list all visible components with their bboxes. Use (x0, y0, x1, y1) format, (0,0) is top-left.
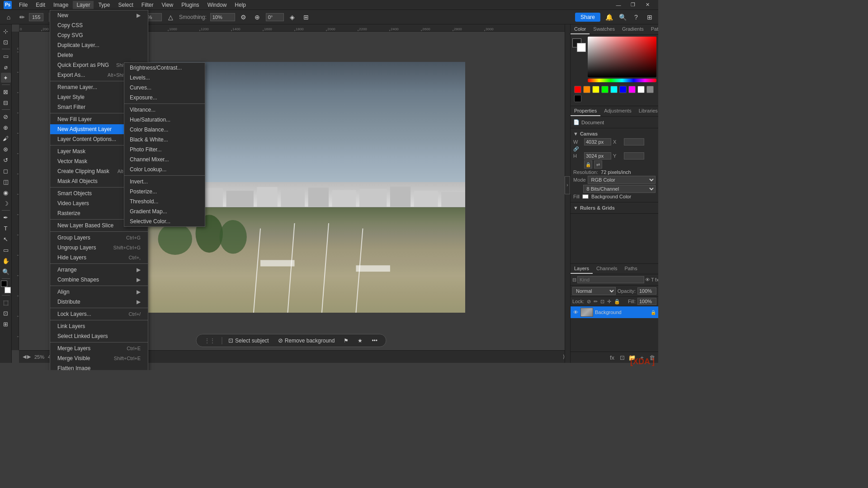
shape-tool[interactable]: ▭ (1, 245, 11, 255)
eyedropper-tool[interactable]: ⊘ (1, 112, 11, 122)
fill-input[interactable] (637, 298, 656, 305)
marquee-tool[interactable]: ▭ (1, 51, 11, 61)
menu-copy-svg[interactable]: Copy SVG (50, 30, 148, 40)
color-swatch-yellow[interactable] (592, 86, 599, 93)
menu-delete[interactable]: Delete (50, 50, 148, 60)
menu-duplicate-layer[interactable]: Duplicate Layer... (50, 40, 148, 50)
context-star-button[interactable]: ★ (355, 337, 365, 345)
tab-paths[interactable]: Paths (621, 264, 641, 274)
link-icon[interactable]: 🔗 (573, 146, 577, 151)
menu-window[interactable]: Window (204, 1, 231, 9)
eraser-tool[interactable]: ◻ (1, 166, 11, 176)
adj-gradient-map[interactable]: Gradient Map... (124, 206, 205, 216)
add-fill-layer-button[interactable]: fx (608, 353, 617, 362)
adj-channel-mixer[interactable]: Channel Mixer... (124, 155, 205, 164)
menu-merge-visible[interactable]: Merge Visible Shift+Ctrl+E (50, 353, 148, 363)
menu-merge-layers[interactable]: Merge Layers Ctrl+E (50, 343, 148, 353)
menu-distribute[interactable]: Distribute ▶ (50, 297, 148, 307)
smoothing-input[interactable] (210, 13, 235, 21)
context-flag-button[interactable]: ⚑ (341, 337, 351, 345)
layer-visibility-toggle[interactable]: 👁 (572, 309, 579, 315)
canvas-y-input[interactable] (624, 152, 644, 160)
menu-edit[interactable]: Edit (32, 1, 49, 9)
blur-tool[interactable]: ◉ (1, 188, 11, 197)
menu-new[interactable]: New ▶ (50, 10, 148, 20)
layer-filter-visible[interactable]: 👁 (645, 276, 650, 284)
menu-arrange[interactable]: Arrange ▶ (50, 265, 148, 275)
tab-properties[interactable]: Properties (571, 106, 600, 116)
color-swatch-red[interactable] (574, 86, 581, 93)
workspace-icon[interactable]: ⊞ (645, 12, 655, 22)
dodge-tool[interactable]: ☽ (1, 198, 11, 208)
color-swatch-green[interactable] (601, 86, 609, 93)
crop-tool[interactable]: ⊠ (1, 87, 11, 97)
pen-tool[interactable]: ✒ (1, 212, 11, 222)
canvas-header[interactable]: ▼ Canvas (573, 130, 656, 137)
tab-gradients[interactable]: Gradients (618, 24, 647, 34)
nav-next-icon[interactable]: ▶ (27, 354, 31, 360)
nav-prev-icon[interactable]: ◀ (23, 354, 26, 360)
adj-invert[interactable]: Invert... (124, 177, 205, 187)
menu-image[interactable]: Image (50, 1, 72, 9)
adj-posterize[interactable]: Posterize... (124, 187, 205, 197)
brush-icon[interactable]: ✏ (17, 12, 27, 22)
blend-mode-select[interactable]: Normal (572, 287, 616, 295)
menu-select[interactable]: Select (114, 1, 137, 9)
stamp-tool[interactable]: ⊛ (1, 144, 11, 154)
fill-color-swatch[interactable] (582, 194, 589, 199)
color-swatch-orange[interactable] (583, 86, 590, 93)
select-subject-button[interactable]: ⊡ Select subject (226, 336, 272, 345)
color-swatch-blue[interactable] (619, 86, 627, 93)
menu-copy-css[interactable]: Copy CSS (50, 20, 148, 30)
menu-file[interactable]: File (15, 1, 31, 9)
search-icon[interactable]: 🔍 (618, 12, 627, 22)
panel-collapse-button[interactable]: › (565, 176, 570, 194)
adj-photo-filter[interactable]: Photo Filter... (124, 145, 205, 155)
menu-hide-layers[interactable]: Hide Layers Ctrl+, (50, 253, 148, 263)
tab-adjustments[interactable]: Adjustments (600, 106, 635, 116)
magic-wand-tool[interactable]: ✦ (1, 73, 11, 83)
extra-tools-icon[interactable]: ⊞ (1, 319, 11, 329)
menu-view[interactable]: View (158, 1, 177, 9)
layer-filter-type[interactable]: T (651, 276, 654, 284)
layers-search-input[interactable] (577, 276, 644, 283)
menu-type[interactable]: Type (94, 1, 113, 9)
minimize-button[interactable]: — (611, 0, 626, 10)
brush-tool[interactable]: 🖌 (1, 133, 11, 143)
layer-opacity-input[interactable] (637, 287, 656, 295)
share-button[interactable]: Share (575, 13, 600, 22)
bit-depth-select[interactable]: 8 Bits/Channel 16 Bits/Channel 32 Bits/C… (583, 185, 656, 193)
lock-transparent-icon[interactable]: ⊘ (587, 299, 591, 305)
screen-mode-icon[interactable]: ⊡ (1, 308, 11, 318)
menu-combine-shapes[interactable]: Combine Shapes ▶ (50, 275, 148, 285)
color-swatch-magenta[interactable] (628, 86, 636, 93)
adj-brightness-contrast[interactable]: Brightness/Contrast... (124, 63, 205, 73)
fg-bg-color-picker[interactable] (1, 281, 11, 293)
quick-mask-icon[interactable]: ⬚ (1, 297, 11, 307)
tab-channels[interactable]: Channels (593, 264, 621, 274)
background-color[interactable] (577, 43, 586, 52)
smoothing-settings-icon[interactable]: ⚙ (239, 12, 249, 22)
adj-hue-saturation[interactable]: Hue/Saturation... (124, 115, 205, 125)
pressure-icon[interactable]: ◈ (288, 12, 297, 22)
tab-layers[interactable]: Layers (571, 264, 593, 274)
notifications-icon[interactable]: 🔔 (604, 12, 614, 22)
canvas-height-input[interactable] (584, 152, 611, 160)
hand-tool[interactable]: ✋ (1, 256, 11, 266)
history-tool[interactable]: ↺ (1, 155, 11, 165)
tab-libraries[interactable]: Libraries (635, 106, 658, 116)
home-icon[interactable]: ⌂ (4, 12, 14, 22)
menu-ungroup-layers[interactable]: Ungroup Layers Shift+Ctrl+G (50, 243, 148, 253)
menu-lock-layers[interactable]: Lock Layers... Ctrl+/ (50, 309, 148, 319)
help-icon[interactable]: ? (631, 12, 641, 22)
adj-selective-color[interactable]: Selective Color... (124, 216, 205, 226)
adj-black-white[interactable]: Black & White... (124, 135, 205, 145)
move-tool[interactable]: ⊹ (1, 26, 11, 36)
brush-extra-icon[interactable]: ⊞ (301, 12, 311, 22)
color-swatch-white[interactable] (637, 86, 645, 93)
adj-exposure[interactable]: Exposure... (124, 93, 205, 103)
zoom-tool[interactable]: 🔍 (1, 267, 11, 277)
menu-flatten-image[interactable]: Flatten Image (50, 363, 148, 370)
artboard-tool[interactable]: ⊡ (1, 37, 11, 47)
swap-dimensions-button[interactable]: ⇄ (594, 160, 602, 169)
